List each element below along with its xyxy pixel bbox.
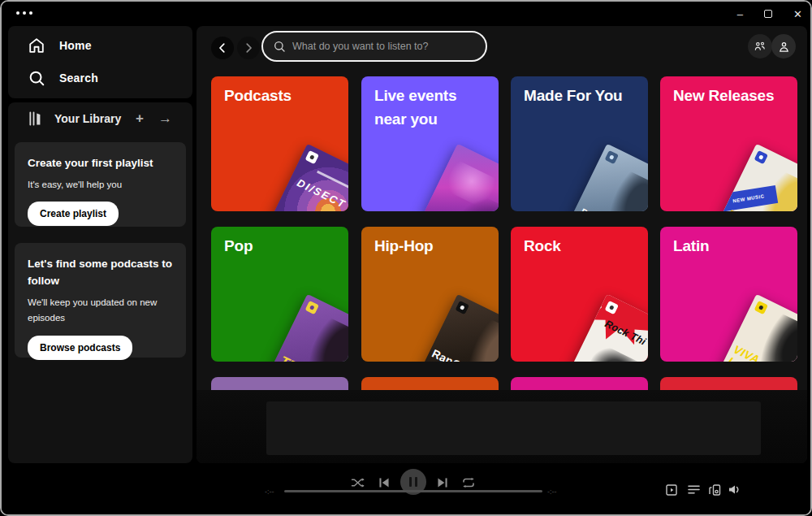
previous-track-button[interactable] bbox=[379, 478, 390, 488]
latin-card-art: VIVA LATINO bbox=[720, 294, 797, 362]
find-podcasts-card: Let's find some podcasts to follow We'll… bbox=[15, 243, 186, 358]
forward-button[interactable] bbox=[237, 37, 260, 59]
sidebar-library-panel: Your Library + → Create your first playl… bbox=[8, 102, 192, 463]
library-icon[interactable] bbox=[28, 111, 44, 127]
category-card-rock[interactable]: Rock Rock Thi bbox=[511, 227, 648, 362]
category-card-latin[interactable]: Latin VIVA LATINO bbox=[660, 227, 797, 362]
total-time: -:-- bbox=[547, 488, 557, 496]
create-playlist-button[interactable]: Create playlist bbox=[28, 202, 119, 226]
album-art-text: TTH bbox=[277, 353, 310, 362]
sidebar-item-search[interactable]: Search bbox=[8, 62, 192, 94]
close-icon[interactable]: ✕ bbox=[793, 9, 802, 20]
album-art-text: RapCavi bbox=[430, 346, 477, 362]
find-podcasts-title: Let's find some podcasts to follow bbox=[28, 256, 173, 290]
minimize-icon[interactable]: – bbox=[737, 9, 743, 20]
spotify-window: – ✕ Home Search Your Library + → bbox=[0, 0, 812, 516]
album-logo-chip bbox=[754, 301, 768, 314]
app-menu-button[interactable] bbox=[16, 11, 32, 15]
live-events-card-art bbox=[421, 144, 499, 211]
category-card-new-releases[interactable]: New Releases NEW MUSIC FRIDAY bbox=[660, 76, 797, 211]
profile-button[interactable] bbox=[771, 34, 796, 59]
album-logo-chip bbox=[456, 301, 469, 314]
card-title: Latin bbox=[673, 235, 778, 258]
bottom-banner-placeholder bbox=[266, 401, 761, 455]
elapsed-time: -:-- bbox=[265, 488, 274, 496]
card-title: Live events near you bbox=[374, 85, 479, 131]
volume-icon[interactable] bbox=[728, 484, 741, 495]
card-title: Pop bbox=[224, 235, 329, 258]
new-releases-card-art: NEW MUSIC FRIDAY bbox=[720, 144, 797, 211]
card-title: Podcasts bbox=[224, 85, 329, 108]
friend-activity-button[interactable] bbox=[748, 34, 772, 59]
hip-hop-card-art: RapCavi Lil Baby bbox=[421, 294, 499, 362]
made-for-you-card-art: Pop Mix bbox=[571, 144, 648, 211]
player-bar: -:-- -:-- bbox=[2, 463, 810, 514]
search-icon bbox=[28, 69, 45, 87]
album-logo-chip bbox=[305, 301, 319, 314]
progress-bar[interactable] bbox=[284, 490, 542, 492]
category-card-hip-hop[interactable]: Hip-Hop RapCavi Lil Baby bbox=[361, 227, 499, 362]
album-art-text: VIVA LATINO bbox=[726, 344, 788, 362]
album-logo-chip bbox=[605, 150, 619, 164]
find-podcasts-subtitle: We'll keep you updated on new episodes bbox=[28, 295, 173, 327]
search-icon bbox=[273, 40, 286, 53]
maximize-icon[interactable] bbox=[764, 10, 772, 18]
album-logo-chip bbox=[754, 150, 768, 164]
search-input[interactable] bbox=[292, 41, 476, 52]
rock-card-art: Rock Thi bbox=[571, 294, 648, 362]
main-panel: Podcasts DI/SECT Live events near you Ma… bbox=[197, 26, 807, 463]
create-playlist-title: Create your first playlist bbox=[28, 155, 173, 172]
card-title: Rock bbox=[524, 235, 628, 258]
sidebar-home-label: Home bbox=[59, 39, 92, 52]
titlebar: – ✕ bbox=[2, 2, 810, 26]
home-icon bbox=[28, 37, 45, 54]
category-card-made-for-you[interactable]: Made For You Pop Mix bbox=[511, 76, 648, 211]
sidebar-item-home[interactable]: Home bbox=[8, 29, 192, 62]
sidebar-nav-panel: Home Search bbox=[8, 26, 192, 98]
now-playing-view-icon[interactable] bbox=[666, 484, 677, 496]
create-playlist-subtitle: It's easy, we'll help you bbox=[28, 177, 173, 193]
category-card-pop[interactable]: Pop TTH bbox=[211, 227, 348, 362]
back-button[interactable] bbox=[211, 37, 234, 59]
connect-device-icon[interactable] bbox=[709, 484, 721, 496]
card-title: Hip-Hop bbox=[374, 235, 479, 258]
pop-card-art: TTH bbox=[271, 294, 348, 362]
category-card-podcasts[interactable]: Podcasts DI/SECT bbox=[211, 76, 348, 211]
content-bottom-fade bbox=[197, 390, 807, 463]
queue-icon[interactable] bbox=[688, 484, 700, 495]
card-title: Made For You bbox=[524, 85, 628, 108]
shuffle-button[interactable] bbox=[352, 477, 365, 488]
album-logo-chip bbox=[305, 150, 319, 164]
search-bar[interactable] bbox=[261, 31, 487, 62]
expand-library-arrow-icon[interactable]: → bbox=[151, 111, 179, 127]
category-card-live-events[interactable]: Live events near you bbox=[361, 76, 499, 211]
album-art-ribbon-text: NEW MUSIC bbox=[720, 185, 778, 211]
create-playlist-plus-icon[interactable]: + bbox=[128, 111, 151, 127]
create-playlist-card: Create your first playlist It's easy, we… bbox=[15, 142, 186, 227]
card-title: New Releases bbox=[673, 85, 778, 108]
repeat-button[interactable] bbox=[462, 477, 475, 488]
main-topbar bbox=[197, 26, 807, 72]
next-track-button[interactable] bbox=[438, 478, 448, 488]
your-library-label[interactable]: Your Library bbox=[54, 112, 128, 125]
browse-podcasts-button[interactable]: Browse podcasts bbox=[28, 336, 132, 360]
podcasts-card-art: DI/SECT bbox=[271, 144, 348, 211]
sidebar-search-label: Search bbox=[59, 72, 98, 85]
album-art-text: Pop Mix bbox=[580, 206, 615, 211]
